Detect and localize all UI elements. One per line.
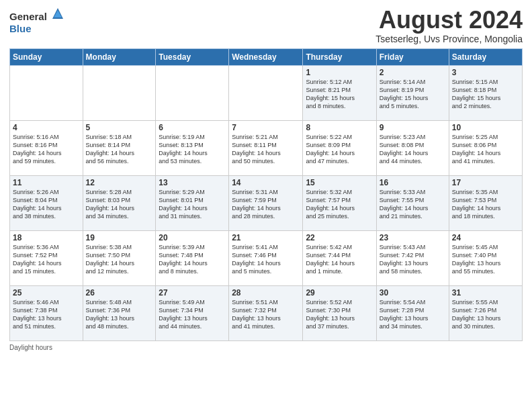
- day-info: Sunrise: 5:29 AM Sunset: 8:01 PM Dayligh…: [159, 188, 226, 221]
- calendar-table: SundayMondayTuesdayWednesdayThursdayFrid…: [9, 48, 523, 341]
- day-number: 17: [452, 178, 519, 187]
- calendar-cell: 24Sunrise: 5:45 AM Sunset: 7:40 PM Dayli…: [449, 230, 522, 285]
- calendar-cell: 13Sunrise: 5:29 AM Sunset: 8:01 PM Dayli…: [156, 175, 229, 230]
- calendar-cell: 9Sunrise: 5:23 AM Sunset: 8:08 PM Daylig…: [376, 120, 449, 175]
- day-number: 4: [13, 123, 80, 132]
- calendar-cell: 3Sunrise: 5:15 AM Sunset: 8:18 PM Daylig…: [449, 65, 522, 120]
- day-number: 2: [380, 68, 446, 77]
- day-info: Sunrise: 5:32 AM Sunset: 7:57 PM Dayligh…: [306, 188, 373, 221]
- calendar-cell: 17Sunrise: 5:35 AM Sunset: 7:53 PM Dayli…: [449, 175, 522, 230]
- day-info: Sunrise: 5:21 AM Sunset: 8:11 PM Dayligh…: [232, 133, 300, 166]
- calendar-cell: 4Sunrise: 5:16 AM Sunset: 8:16 PM Daylig…: [10, 120, 83, 175]
- calendar-cell: [156, 65, 229, 120]
- calendar-cell: [229, 65, 303, 120]
- day-info: Sunrise: 5:12 AM Sunset: 8:21 PM Dayligh…: [306, 78, 373, 111]
- day-number: 31: [452, 288, 519, 298]
- header: General Blue August 2024 Tsetserleg, Uvs…: [9, 7, 523, 44]
- day-number: 26: [86, 288, 153, 298]
- day-info: Sunrise: 5:45 AM Sunset: 7:40 PM Dayligh…: [452, 243, 519, 276]
- day-number: 24: [452, 233, 519, 242]
- weekday-header-row: SundayMondayTuesdayWednesdayThursdayFrid…: [10, 48, 523, 65]
- calendar-week-3: 11Sunrise: 5:26 AM Sunset: 8:04 PM Dayli…: [10, 175, 523, 230]
- day-info: Sunrise: 5:43 AM Sunset: 7:42 PM Dayligh…: [380, 243, 446, 276]
- day-number: 16: [380, 178, 446, 187]
- calendar-cell: 25Sunrise: 5:46 AM Sunset: 7:38 PM Dayli…: [10, 285, 83, 340]
- day-info: Sunrise: 5:51 AM Sunset: 7:32 PM Dayligh…: [232, 298, 300, 331]
- calendar-cell: 21Sunrise: 5:41 AM Sunset: 7:46 PM Dayli…: [229, 230, 303, 285]
- day-info: Sunrise: 5:54 AM Sunset: 7:28 PM Dayligh…: [380, 298, 446, 331]
- calendar-cell: 6Sunrise: 5:19 AM Sunset: 8:13 PM Daylig…: [156, 120, 229, 175]
- day-info: Sunrise: 5:38 AM Sunset: 7:50 PM Dayligh…: [86, 243, 153, 276]
- weekday-header-saturday: Saturday: [449, 48, 522, 65]
- day-info: Sunrise: 5:25 AM Sunset: 8:06 PM Dayligh…: [452, 133, 519, 166]
- day-number: 8: [306, 123, 373, 132]
- subtitle: Tsetserleg, Uvs Province, Mongolia: [375, 34, 523, 44]
- day-info: Sunrise: 5:48 AM Sunset: 7:36 PM Dayligh…: [86, 298, 153, 331]
- day-number: 25: [13, 288, 80, 298]
- calendar-cell: 1Sunrise: 5:12 AM Sunset: 8:21 PM Daylig…: [303, 65, 376, 120]
- day-number: 29: [306, 288, 373, 298]
- day-info: Sunrise: 5:52 AM Sunset: 7:30 PM Dayligh…: [306, 298, 373, 331]
- calendar-week-2: 4Sunrise: 5:16 AM Sunset: 8:16 PM Daylig…: [10, 120, 523, 175]
- day-number: 30: [380, 288, 446, 298]
- day-info: Sunrise: 5:41 AM Sunset: 7:46 PM Dayligh…: [232, 243, 300, 276]
- footer: Daylight hours: [9, 344, 523, 351]
- calendar-cell: 28Sunrise: 5:51 AM Sunset: 7:32 PM Dayli…: [229, 285, 303, 340]
- day-info: Sunrise: 5:28 AM Sunset: 8:03 PM Dayligh…: [86, 188, 153, 221]
- calendar-cell: 2Sunrise: 5:14 AM Sunset: 8:19 PM Daylig…: [376, 65, 449, 120]
- weekday-header-wednesday: Wednesday: [229, 48, 303, 65]
- logo: General Blue: [9, 7, 64, 35]
- calendar-cell: 23Sunrise: 5:43 AM Sunset: 7:42 PM Dayli…: [376, 230, 449, 285]
- day-number: 28: [232, 288, 300, 298]
- month-title: August 2024: [375, 7, 523, 34]
- day-info: Sunrise: 5:23 AM Sunset: 8:08 PM Dayligh…: [380, 133, 446, 166]
- day-number: 7: [232, 123, 300, 132]
- logo-blue: Blue: [9, 23, 32, 34]
- calendar-cell: 8Sunrise: 5:22 AM Sunset: 8:09 PM Daylig…: [303, 120, 376, 175]
- day-info: Sunrise: 5:26 AM Sunset: 8:04 PM Dayligh…: [13, 188, 80, 221]
- day-number: 11: [13, 178, 80, 187]
- day-info: Sunrise: 5:55 AM Sunset: 7:26 PM Dayligh…: [452, 298, 519, 331]
- calendar-cell: 10Sunrise: 5:25 AM Sunset: 8:06 PM Dayli…: [449, 120, 522, 175]
- weekday-header-monday: Monday: [83, 48, 156, 65]
- calendar-cell: 7Sunrise: 5:21 AM Sunset: 8:11 PM Daylig…: [229, 120, 303, 175]
- day-number: 23: [380, 233, 446, 242]
- weekday-header-sunday: Sunday: [10, 48, 83, 65]
- calendar-cell: [83, 65, 156, 120]
- day-number: 20: [159, 233, 226, 242]
- calendar-cell: 12Sunrise: 5:28 AM Sunset: 8:03 PM Dayli…: [83, 175, 156, 230]
- calendar-cell: 26Sunrise: 5:48 AM Sunset: 7:36 PM Dayli…: [83, 285, 156, 340]
- day-number: 12: [86, 178, 153, 187]
- day-info: Sunrise: 5:46 AM Sunset: 7:38 PM Dayligh…: [13, 298, 80, 331]
- day-info: Sunrise: 5:36 AM Sunset: 7:52 PM Dayligh…: [13, 243, 80, 276]
- logo-general: General: [9, 11, 47, 22]
- calendar-cell: 5Sunrise: 5:18 AM Sunset: 8:14 PM Daylig…: [83, 120, 156, 175]
- day-number: 1: [306, 68, 373, 77]
- calendar-cell: 30Sunrise: 5:54 AM Sunset: 7:28 PM Dayli…: [376, 285, 449, 340]
- day-number: 13: [159, 178, 226, 187]
- calendar-cell: 22Sunrise: 5:42 AM Sunset: 7:44 PM Dayli…: [303, 230, 376, 285]
- calendar-week-1: 1Sunrise: 5:12 AM Sunset: 8:21 PM Daylig…: [10, 65, 523, 120]
- day-number: 18: [13, 233, 80, 242]
- day-info: Sunrise: 5:16 AM Sunset: 8:16 PM Dayligh…: [13, 133, 80, 166]
- day-number: 9: [380, 123, 446, 132]
- calendar-cell: 14Sunrise: 5:31 AM Sunset: 7:59 PM Dayli…: [229, 175, 303, 230]
- day-info: Sunrise: 5:39 AM Sunset: 7:48 PM Dayligh…: [159, 243, 226, 276]
- footer-label: Daylight hours: [9, 344, 52, 351]
- day-number: 5: [86, 123, 153, 132]
- day-number: 6: [159, 123, 226, 132]
- calendar-week-4: 18Sunrise: 5:36 AM Sunset: 7:52 PM Dayli…: [10, 230, 523, 285]
- day-info: Sunrise: 5:22 AM Sunset: 8:09 PM Dayligh…: [306, 133, 373, 166]
- day-info: Sunrise: 5:18 AM Sunset: 8:14 PM Dayligh…: [86, 133, 153, 166]
- calendar-cell: [10, 65, 83, 120]
- logo-icon: [51, 7, 64, 20]
- day-number: 3: [452, 68, 519, 77]
- title-block: August 2024 Tsetserleg, Uvs Province, Mo…: [375, 7, 523, 44]
- calendar-cell: 15Sunrise: 5:32 AM Sunset: 7:57 PM Dayli…: [303, 175, 376, 230]
- day-number: 27: [159, 288, 226, 298]
- day-info: Sunrise: 5:49 AM Sunset: 7:34 PM Dayligh…: [159, 298, 226, 331]
- calendar-cell: 31Sunrise: 5:55 AM Sunset: 7:26 PM Dayli…: [449, 285, 522, 340]
- weekday-header-thursday: Thursday: [303, 48, 376, 65]
- day-number: 14: [232, 178, 300, 187]
- calendar-cell: 29Sunrise: 5:52 AM Sunset: 7:30 PM Dayli…: [303, 285, 376, 340]
